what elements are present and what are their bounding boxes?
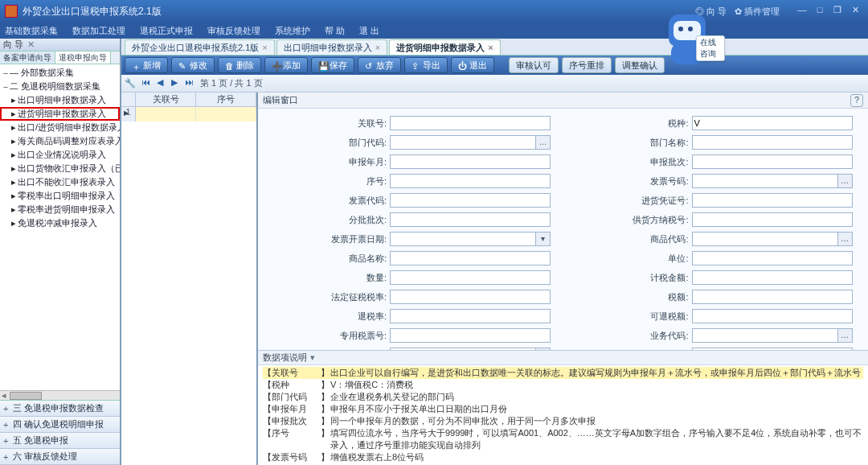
close-button[interactable]: ✕ xyxy=(847,5,863,18)
exit-icon: ⏻ xyxy=(458,61,466,69)
btn-adjust[interactable]: 调整确认 xyxy=(615,57,665,73)
inp-relation[interactable] xyxy=(390,116,551,130)
btn-export[interactable]: ⇪导出 xyxy=(404,57,448,73)
app-icon xyxy=(5,5,18,18)
tree-group-external[interactable]: −— 外部数据采集 xyxy=(0,66,120,80)
btn-edit[interactable]: ✎修改 xyxy=(171,57,215,73)
inp-taxtype[interactable] xyxy=(692,116,853,130)
inp-deptcode[interactable] xyxy=(390,135,536,150)
min-button[interactable]: — xyxy=(794,5,810,18)
last-page-icon[interactable]: ⏭ xyxy=(182,77,195,90)
btn-renumber[interactable]: 序号重排 xyxy=(562,57,612,73)
restore-button[interactable]: ❐ xyxy=(829,5,845,18)
tree-item-receipt[interactable]: ▸出口货物收汇申报录入（已认 xyxy=(0,162,120,175)
close-icon[interactable]: × xyxy=(488,43,493,52)
chevron-down-icon[interactable]: ▾ xyxy=(310,352,315,363)
editor-header: 编辑窗口 ? xyxy=(258,93,868,109)
tree-item-zero-purchase[interactable]: ▸零税率进货明细申报录入 xyxy=(0,203,120,216)
inp-taxamt[interactable] xyxy=(692,290,853,304)
wizard-tab-filing[interactable]: 备案申请向导 xyxy=(0,51,55,64)
wizard-header: 向 导 ✕ xyxy=(0,39,120,51)
add-icon: ➕ xyxy=(272,61,280,69)
tree-item-zero-export[interactable]: ▸零税率出口明细申报录入 xyxy=(0,189,120,203)
calendar-icon[interactable]: ▾ xyxy=(536,232,551,246)
tree-item-offset[interactable]: ▸免退税冲减申报录入 xyxy=(0,216,120,230)
tree-item-purchase-detail[interactable]: ▸进货明细申报数据录入 xyxy=(0,107,120,121)
inp-goodscode[interactable] xyxy=(692,232,838,246)
first-page-icon[interactable]: ⏮ xyxy=(139,77,152,90)
inp-suppliertax[interactable] xyxy=(692,212,853,227)
tree-group-detail[interactable]: −二 免退税明细数据采集 xyxy=(0,80,120,93)
toolbar: ＋新增 ✎修改 🗑删除 ➕添加 💾保存 ↺放弃 ⇪导出 ⏻退出 审核认可 序号重… xyxy=(121,56,868,75)
wizard-close-icon[interactable]: ✕ xyxy=(25,39,35,50)
tree-item-noreceipt[interactable]: ▸出口不能收汇申报表录入（已认 xyxy=(0,175,120,189)
col-relation[interactable]: 关联号 xyxy=(136,93,196,106)
doctab-home[interactable]: 外贸企业出口退税申报系统2.1版× xyxy=(125,39,275,55)
cell-relation[interactable] xyxy=(136,107,196,121)
menu-declare[interactable]: 退税正式申报 xyxy=(140,25,193,37)
inp-levyrate[interactable] xyxy=(390,290,551,304)
prev-page-icon[interactable]: ◀ xyxy=(154,77,166,90)
plugin-link[interactable]: ✿ 插件管理 xyxy=(735,6,780,18)
inp-invoiceno[interactable] xyxy=(692,174,838,188)
menu-help[interactable]: 帮 助 xyxy=(325,25,345,37)
menu-process[interactable]: 数据加工处理 xyxy=(72,25,125,37)
max-button[interactable]: □ xyxy=(812,5,828,18)
tree-hscroll[interactable]: ◂ xyxy=(0,390,120,400)
inp-refundable[interactable] xyxy=(692,309,853,323)
inp-seq[interactable] xyxy=(390,174,551,188)
lookup-icon[interactable]: … xyxy=(838,232,853,246)
inp-refundrate[interactable] xyxy=(390,309,551,323)
doctab-export[interactable]: 出口明细申报数据录入× xyxy=(276,39,387,55)
lookup-icon[interactable]: … xyxy=(838,174,853,188)
inp-specialno[interactable] xyxy=(390,328,551,343)
pager-bar: 🔧 ⏮ ◀ ▶ ⏭ 第 1 页 / 共 1 页 xyxy=(121,75,868,93)
menu-exit[interactable]: 退 出 xyxy=(359,25,379,37)
guide-link[interactable]: ◎ 向 导 xyxy=(695,6,727,18)
inp-splitbatch[interactable] xyxy=(390,212,551,227)
wizard-tab-refund[interactable]: 退税申报向导 xyxy=(55,51,111,64)
menu-system[interactable]: 系统维护 xyxy=(275,25,310,37)
inp-deptname[interactable] xyxy=(692,135,853,150)
tree-item-combo[interactable]: ▸出口/进货明细申报数据录入 xyxy=(0,121,120,134)
tree-item-hs-adjust[interactable]: ▸海关商品码调整对应表录入 xyxy=(0,134,120,148)
cell-seq[interactable] xyxy=(196,107,256,121)
lookup-icon[interactable]: … xyxy=(838,328,853,343)
inp-period[interactable] xyxy=(390,154,551,169)
tree-item-situation[interactable]: ▸出口企业情况说明录入 xyxy=(0,148,120,162)
btn-save[interactable]: 💾保存 xyxy=(311,57,354,73)
btn-delete[interactable]: 🗑删除 xyxy=(218,57,261,73)
next-page-icon[interactable]: ▶ xyxy=(168,77,181,90)
row-indicator: 1 xyxy=(121,107,136,121)
btn-cancel[interactable]: ↺放弃 xyxy=(358,57,401,73)
inp-batch[interactable] xyxy=(692,154,853,169)
menu-audit[interactable]: 审核反馈处理 xyxy=(207,25,260,37)
accordion-confirm[interactable]: +四 确认免退税明细申报 xyxy=(0,417,120,433)
close-icon[interactable]: × xyxy=(262,43,267,52)
btn-approve[interactable]: 审核认可 xyxy=(509,57,559,73)
accordion-check[interactable]: +三 免退税申报数据检查 xyxy=(0,401,120,417)
btn-exit[interactable]: ⏻退出 xyxy=(451,57,494,73)
col-seq[interactable]: 序号 xyxy=(196,93,256,106)
inp-invoicecode[interactable] xyxy=(390,193,551,208)
table-row[interactable]: 1 xyxy=(121,107,256,121)
inp-goodsname[interactable] xyxy=(390,251,551,265)
data-grid: 关联号 序号 1 xyxy=(121,93,258,465)
close-icon[interactable]: × xyxy=(375,43,380,52)
inp-invdate[interactable] xyxy=(390,232,536,246)
wrench-icon[interactable]: 🔧 xyxy=(125,78,136,88)
accordion-feedback[interactable]: +六 审核反馈处理 xyxy=(0,449,120,465)
tree-item-export-detail[interactable]: ▸出口明细申报数据录入 xyxy=(0,93,120,107)
inp-voucher[interactable] xyxy=(692,193,853,208)
accordion-declare[interactable]: +五 免退税申报 xyxy=(0,433,120,449)
menu-basic[interactable]: 基础数据采集 xyxy=(5,25,58,37)
inp-bizcode[interactable] xyxy=(692,328,838,343)
inp-taxbase[interactable] xyxy=(692,270,853,285)
inp-qty[interactable] xyxy=(390,270,551,285)
btn-add[interactable]: ➕添加 xyxy=(264,57,308,73)
lookup-icon[interactable]: … xyxy=(536,135,551,150)
btn-new[interactable]: ＋新增 xyxy=(125,57,168,73)
doctab-purchase[interactable]: 进货明细申报数据录入× xyxy=(389,39,500,55)
inp-unit[interactable] xyxy=(692,251,853,265)
help-icon[interactable]: ? xyxy=(850,94,863,107)
